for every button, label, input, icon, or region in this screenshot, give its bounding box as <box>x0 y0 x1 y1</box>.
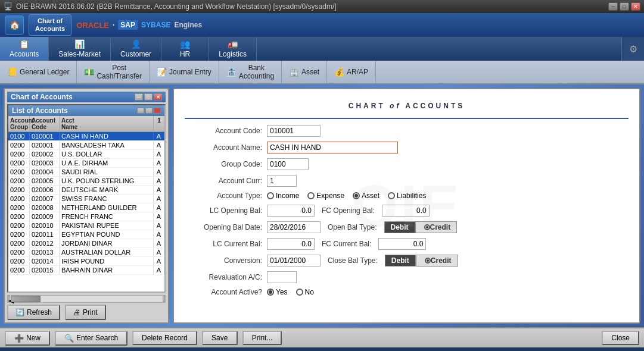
chart-of-accounts-nav-btn[interactable]: Chart of Accounts <box>29 14 71 36</box>
account-code-input[interactable] <box>267 125 321 137</box>
account-curr-row: Account Curr: <box>185 175 629 187</box>
list-minimize-btn[interactable] <box>137 108 144 114</box>
subtab-asset[interactable]: 🏢 Asset <box>282 61 327 83</box>
col-header-code: AccountCode <box>30 116 60 131</box>
conversion-input[interactable] <box>267 255 321 267</box>
table-row[interactable]: 0200 020004 SAUDI RIAL A <box>8 168 164 177</box>
table-row[interactable]: 0200 020012 JORDANI DINAR A <box>8 239 164 248</box>
type-liabilities-radio[interactable] <box>388 192 395 199</box>
accounts-table-body[interactable]: 0100 010001 CASH IN HAND A 0200 020001 B… <box>8 132 164 292</box>
table-row[interactable]: 0200 020006 DEUTSCHE MARK A <box>8 186 164 195</box>
close-bal-credit-btn[interactable]: Credit <box>416 255 458 267</box>
refresh-label: Refresh <box>27 308 52 316</box>
scroll-right-arrow[interactable] <box>163 296 165 302</box>
active-yes-radio[interactable] <box>267 289 274 296</box>
tab-hr[interactable]: 👥 HR <box>161 37 209 61</box>
tab-accounts[interactable]: 📋 Accounts <box>0 37 49 61</box>
bank-accounting-icon: 🏦 <box>226 67 237 77</box>
settings-button[interactable]: ⚙ <box>621 37 644 61</box>
opening-date-row: Opening Bal Date: Open Bal Type: Debit C… <box>185 221 629 233</box>
list-close-btn[interactable] <box>154 108 161 114</box>
refresh-button[interactable]: 🔄 Refresh <box>7 305 60 320</box>
opening-date-input[interactable] <box>267 221 321 233</box>
type-income-radio[interactable] <box>267 192 274 199</box>
cell-name: IRISH POUND <box>60 257 154 265</box>
col-header-name: AcctName <box>60 116 154 131</box>
table-row[interactable]: 0200 020001 BANGLADESH TAKA A <box>8 141 164 150</box>
type-income-option[interactable]: Income <box>267 192 299 200</box>
table-row[interactable]: 0200 020007 SWISS FRANC A <box>8 195 164 203</box>
type-expense-radio[interactable] <box>307 192 315 199</box>
cell-group: 0200 <box>8 266 30 274</box>
print-button[interactable]: Print... <box>242 331 282 345</box>
table-row[interactable]: 0200 020008 NETHERLAND GUILDER A <box>8 203 164 212</box>
subtab-general-ledger[interactable]: 📒 General Ledger <box>0 61 77 83</box>
table-row[interactable]: 0200 020009 FRENCH FRANC A <box>8 212 164 221</box>
current-bal-row: LC Current Bal: FC Current Bal: <box>185 238 629 250</box>
save-button[interactable]: Save <box>202 331 238 345</box>
account-curr-input[interactable] <box>267 175 297 187</box>
h-scrollbar[interactable]: ◀ <box>7 295 166 303</box>
subtab-journal-entry[interactable]: 📝 Journal Entry <box>150 61 219 83</box>
maximize-btn[interactable]: □ <box>620 2 629 11</box>
close-window-btn[interactable]: ✕ <box>631 2 640 11</box>
tab-customer[interactable]: 👤 Customer <box>111 37 161 61</box>
revaluation-input[interactable] <box>267 271 297 283</box>
delete-record-button[interactable]: Delete Record <box>132 331 197 345</box>
cell-code: 020002 <box>30 150 60 158</box>
customer-tab-icon: 👤 <box>131 39 141 49</box>
cell-code: 020011 <box>30 230 60 239</box>
account-name-input[interactable] <box>267 142 398 153</box>
list-maximize-btn[interactable] <box>145 108 153 114</box>
tab-sales-market[interactable]: 📊 Sales-Market <box>49 37 111 61</box>
open-bal-debit-label: Debit <box>391 223 409 231</box>
fc-current-input[interactable] <box>378 238 426 250</box>
enter-search-button[interactable]: 🔍 Enter Search <box>55 331 127 346</box>
table-row[interactable]: 0100 010001 CASH IN HAND A <box>8 132 164 141</box>
subtab-arap[interactable]: 💰 AR/AP <box>327 61 376 83</box>
tab-logistics[interactable]: 🚛 Logistics <box>209 37 257 61</box>
logistics-tab-label: Logistics <box>219 50 247 58</box>
open-bal-debit-btn[interactable]: Debit <box>384 221 415 233</box>
table-row[interactable]: 0200 020015 BAHRAIN DINAR A <box>8 266 164 275</box>
active-yes-option[interactable]: Yes <box>267 288 288 296</box>
minimize-btn[interactable]: ─ <box>608 2 618 11</box>
open-bal-credit-btn[interactable]: Credit <box>415 221 458 233</box>
group-code-input[interactable] <box>267 158 309 170</box>
table-row[interactable]: 0200 020011 EGYPTIAN POUND A <box>8 230 164 239</box>
table-row[interactable]: 0200 020014 IRISH POUND A <box>8 257 164 266</box>
lc-opening-input[interactable] <box>267 205 315 217</box>
close-button[interactable]: Close <box>602 331 639 345</box>
lc-current-input[interactable] <box>267 238 315 250</box>
cell-group: 0200 <box>8 150 30 158</box>
type-expense-option[interactable]: Expense <box>307 192 344 200</box>
coa-minimize-btn[interactable]: ─ <box>135 93 143 101</box>
coa-panel-title: Chart of Accounts <box>11 93 73 101</box>
table-row[interactable]: 0200 020013 AUSTRALIAN DOLLAR A <box>8 248 164 257</box>
type-liabilities-option[interactable]: Liabilities <box>388 192 426 200</box>
new-label: New <box>26 334 41 342</box>
coa-maximize-btn[interactable]: □ <box>144 93 153 101</box>
new-button[interactable]: ➕ New <box>5 331 50 346</box>
table-row[interactable]: 0200 020003 U.A.E. DIRHAM A <box>8 159 164 168</box>
fc-opening-input[interactable] <box>382 205 430 217</box>
accounts-tab-label: Accounts <box>10 50 39 58</box>
type-asset-option[interactable]: Asset <box>353 192 379 200</box>
coa-close-btn[interactable]: ✕ <box>154 93 162 101</box>
table-row[interactable]: 0200 020005 U.K. POUND STERLING A <box>8 177 164 186</box>
home-button[interactable]: 🏠 <box>5 15 24 35</box>
type-asset-radio[interactable] <box>353 192 360 199</box>
h-scroll-thumb[interactable] <box>11 296 41 302</box>
active-no-radio[interactable] <box>296 289 303 296</box>
print-list-button[interactable]: 🖨 Print <box>65 305 106 320</box>
subtab-bank-accounting[interactable]: 🏦 Bank Accounting <box>219 61 282 83</box>
accounts-list-container: List of Accounts AccountGroup AccountCod… <box>7 104 166 293</box>
active-no-option[interactable]: No <box>296 288 314 296</box>
table-row[interactable]: 0200 020010 PAKISTANI RUPEE A <box>8 221 164 230</box>
cell-type: A <box>154 195 164 203</box>
scroll-left-arrow[interactable]: ◀ <box>8 296 10 302</box>
close-bal-debit-btn[interactable]: Debit <box>385 255 416 267</box>
asset-label: Asset <box>301 68 319 76</box>
subtab-post-cash[interactable]: 💵 Post Cash/Transfer <box>77 61 150 83</box>
table-row[interactable]: 0200 020002 U.S. DOLLAR A <box>8 150 164 159</box>
